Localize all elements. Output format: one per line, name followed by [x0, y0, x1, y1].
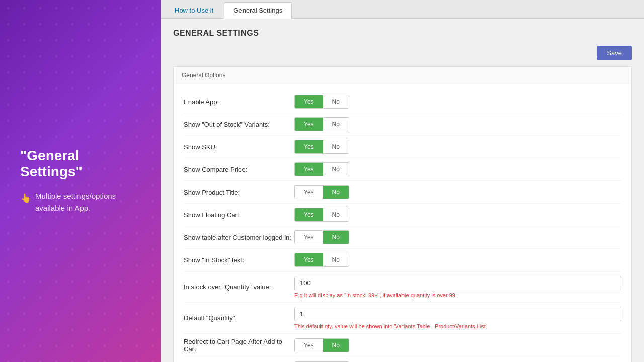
toggle-yes-enable-app[interactable]: Yes [295, 95, 323, 108]
toggle-no-show-floating-cart[interactable]: No [323, 208, 349, 221]
setting-control-default-quantity: This default qty. value will be shown in… [294, 307, 621, 329]
tab-how-to-use[interactable]: How to Use it [165, 2, 223, 18]
general-options-box: General Options Enable App:YesNoShow "Ou… [173, 66, 632, 362]
setting-control-redirect-cart: YesNo [294, 338, 621, 352]
hint-text-in-stock-quantity: E.g It will display as "In stock: 99+", … [294, 292, 621, 298]
setting-row-redirect-cart: Redirect to Cart Page After Add to Cart:… [184, 334, 621, 357]
setting-control-show-in-stock-text: YesNo [294, 253, 621, 267]
options-header: General Options [174, 67, 631, 84]
toggle-no-show-product-title[interactable]: No [323, 186, 349, 199]
toggle-yes-show-sku[interactable]: Yes [295, 140, 323, 153]
toggle-no-enable-app[interactable]: No [323, 95, 349, 108]
setting-label-show-table-after-login: Show table after Customer logged in: [184, 234, 294, 241]
toggle-no-show-in-stock-text[interactable]: No [323, 253, 349, 266]
hint-text-default-quantity: This default qty. value will be shown in… [294, 323, 621, 329]
setting-control-enable-app: YesNo [294, 95, 621, 109]
toggle-group-show-out-of-stock: YesNo [294, 117, 349, 131]
input-row-default-quantity: This default qty. value will be shown in… [294, 307, 621, 329]
setting-row-show-variant-images: Show Variant Images in Table:YesNo [184, 357, 621, 362]
tabs-bar: How to Use it General Settings [161, 0, 644, 19]
toggle-group-show-product-title: YesNo [294, 185, 349, 199]
toggle-group-show-in-stock-text: YesNo [294, 253, 349, 267]
setting-row-show-compare-price: Show Compare Price:YesNo [184, 158, 621, 181]
setting-control-in-stock-quantity: E.g It will display as "In stock: 99+", … [294, 276, 621, 298]
setting-control-show-sku: YesNo [294, 140, 621, 154]
sidebar-title: "General Settings" [20, 148, 141, 180]
page-title: GENERAL SETTINGS [173, 29, 632, 38]
setting-control-show-out-of-stock: YesNo [294, 117, 621, 131]
setting-row-show-in-stock-text: Show "In Stock" text:YesNo [184, 249, 621, 272]
hand-icon: 👆 [20, 191, 31, 206]
setting-row-show-product-title: Show Product Title:YesNo [184, 181, 621, 204]
input-field-default-quantity[interactable] [294, 307, 621, 321]
setting-label-show-sku: Show SKU: [184, 143, 294, 151]
options-body: Enable App:YesNoShow "Out of Stock" Vari… [174, 84, 631, 362]
setting-row-show-sku: Show SKU:YesNo [184, 136, 621, 158]
toggle-group-show-floating-cart: YesNo [294, 208, 349, 222]
sidebar: "General Settings" 👆 Multiple settings/o… [0, 0, 161, 362]
setting-label-show-product-title: Show Product Title: [184, 189, 294, 196]
setting-label-show-in-stock-text: Show "In Stock" text: [184, 256, 294, 264]
setting-row-show-floating-cart: Show Floating Cart:YesNo [184, 204, 621, 226]
setting-label-enable-app: Enable App: [184, 98, 294, 106]
setting-label-default-quantity: Default "Quantity": [184, 314, 294, 322]
setting-row-default-quantity: Default "Quantity":This default qty. val… [184, 303, 621, 334]
toggle-yes-show-floating-cart[interactable]: Yes [295, 208, 323, 221]
toggle-no-show-sku[interactable]: No [323, 140, 349, 153]
toggle-yes-show-out-of-stock[interactable]: Yes [295, 118, 323, 131]
toggle-no-redirect-cart[interactable]: No [323, 339, 349, 352]
save-button[interactable]: Save [597, 46, 632, 60]
content-area: GENERAL SETTINGS Save General Options En… [161, 19, 644, 362]
toggle-group-enable-app: YesNo [294, 95, 349, 109]
input-field-in-stock-quantity[interactable] [294, 276, 621, 290]
setting-label-show-compare-price: Show Compare Price: [184, 166, 294, 173]
main-content: How to Use it General Settings GENERAL S… [161, 0, 644, 362]
toggle-no-show-compare-price[interactable]: No [323, 163, 349, 176]
setting-row-enable-app: Enable App:YesNo [184, 90, 621, 113]
setting-label-in-stock-quantity: In stock over "Quantity" value: [184, 283, 294, 291]
toggle-no-show-table-after-login[interactable]: No [323, 231, 349, 244]
setting-label-show-out-of-stock: Show "Out of Stock" Variants: [184, 121, 294, 128]
setting-label-show-floating-cart: Show Floating Cart: [184, 211, 294, 219]
tab-general-settings[interactable]: General Settings [224, 2, 292, 19]
toggle-yes-show-compare-price[interactable]: Yes [295, 163, 323, 176]
setting-control-show-compare-price: YesNo [294, 162, 621, 176]
sidebar-description: 👆 Multiple settings/options available in… [20, 190, 141, 214]
save-bar: Save [173, 46, 632, 60]
setting-label-redirect-cart: Redirect to Cart Page After Add to Cart: [184, 338, 294, 353]
toggle-yes-show-in-stock-text[interactable]: Yes [295, 253, 323, 266]
toggle-no-show-out-of-stock[interactable]: No [323, 118, 349, 131]
setting-row-show-out-of-stock: Show "Out of Stock" Variants:YesNo [184, 113, 621, 136]
toggle-group-redirect-cart: YesNo [294, 338, 349, 352]
setting-control-show-product-title: YesNo [294, 185, 621, 199]
toggle-yes-show-table-after-login[interactable]: Yes [295, 231, 323, 244]
setting-control-show-table-after-login: YesNo [294, 230, 621, 244]
sidebar-desc-text: Multiple settings/options available in A… [35, 190, 141, 214]
toggle-group-show-sku: YesNo [294, 140, 349, 154]
toggle-group-show-table-after-login: YesNo [294, 230, 349, 244]
setting-control-show-floating-cart: YesNo [294, 208, 621, 222]
toggle-yes-redirect-cart[interactable]: Yes [295, 339, 323, 352]
input-row-in-stock-quantity: E.g It will display as "In stock: 99+", … [294, 276, 621, 298]
setting-row-show-table-after-login: Show table after Customer logged in:YesN… [184, 226, 621, 249]
toggle-yes-show-product-title[interactable]: Yes [295, 186, 323, 199]
toggle-group-show-compare-price: YesNo [294, 162, 349, 176]
setting-row-in-stock-quantity: In stock over "Quantity" value:E.g It wi… [184, 272, 621, 303]
